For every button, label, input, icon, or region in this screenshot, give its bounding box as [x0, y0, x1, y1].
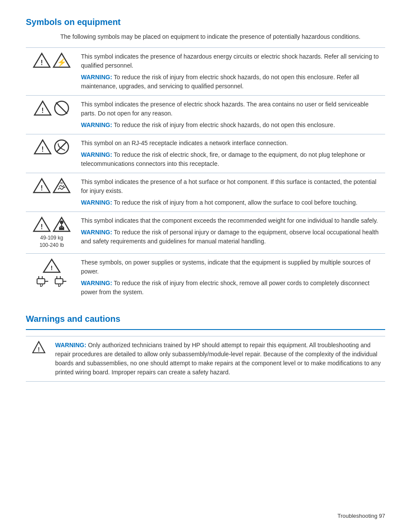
warning-text-2: To reduce the risk of injury from electr… — [112, 121, 335, 128]
svg-text:⚡: ⚡ — [57, 58, 67, 67]
svg-text:!: ! — [40, 184, 43, 192]
footer-text: Troubleshooting 97 — [337, 513, 385, 519]
symbol-description-5: This symbol indicates that the component… — [81, 216, 382, 225]
symbol-icon-network: ! — [26, 134, 78, 173]
symbol-description-2: This symbol indicates the presence of el… — [81, 100, 382, 118]
symbol-description-6: These symbols, on power supplies or syst… — [81, 258, 382, 276]
symbol-row-network: ! This symbol on an RJ-45 receptacle ind… — [26, 134, 385, 173]
svg-text:!: ! — [38, 346, 40, 353]
symbol-text-hot-surface: This symbol indicates the presence of a … — [78, 173, 385, 212]
symbol-description-1: This symbol indicates the presence of ha… — [81, 52, 382, 70]
section2-title: Warnings and cautions — [26, 314, 385, 324]
symbols-table: ! ⚡ This symbol indicates the presence o… — [26, 47, 385, 301]
svg-rect-23 — [59, 227, 64, 230]
warning-label-2: WARNING: — [81, 121, 112, 128]
warning-text-cell-1: WARNING: Only authorized technicians tra… — [52, 336, 385, 381]
svg-text:!: ! — [51, 264, 53, 271]
svg-text:!: ! — [40, 223, 43, 230]
warning-text-3: To reduce the risk of electric shock, fi… — [81, 151, 365, 167]
warning-text-4: To reduce the risk of injury from a hot … — [112, 199, 357, 206]
warning-text-5: To reduce the risk of personal injury or… — [81, 229, 379, 245]
symbol-row-no-serviceable: ! This symbol indicates the presence of … — [26, 96, 385, 134]
warning-caution-label-1: WARNING: — [55, 342, 86, 348]
symbol-text-no-serviceable: This symbol indicates the presence of el… — [78, 96, 385, 134]
symbol-icon-multiple-power: ! — [26, 253, 78, 301]
weight-label: 49-109 kg 100-240 lb — [29, 234, 74, 249]
symbol-text-multiple-power: These symbols, on power supplies or syst… — [78, 253, 385, 301]
svg-rect-26 — [37, 279, 45, 284]
symbol-row-hazardous-energy: ! ⚡ This symbol indicates the presence o… — [26, 48, 385, 96]
symbol-row-heavy-weight: ! 49-109 kg 100-240 lb This symbol — [26, 212, 385, 254]
section1-title: Symbols on equipment — [26, 17, 385, 27]
warning-icon-cell-1: ! — [26, 336, 52, 381]
svg-text:!: ! — [41, 107, 44, 114]
svg-text:!: ! — [41, 146, 44, 153]
warning-text-1: To reduce the risk of injury from electr… — [81, 74, 359, 90]
symbol-row-hot-surface: ! ≋ This symbol indicates the presence o… — [26, 173, 385, 212]
symbol-description-4: This symbol indicates the presence of a … — [81, 177, 382, 196]
svg-point-19 — [60, 221, 63, 224]
footer: Troubleshooting 97 — [337, 513, 385, 519]
warnings-table: ! WARNING: Only authorized technicians t… — [26, 336, 385, 382]
warning-label-1: WARNING: — [81, 74, 112, 81]
symbol-icon-hot-surface: ! ≋ — [26, 173, 78, 212]
symbol-text-heavy-weight: This symbol indicates that the component… — [78, 212, 385, 254]
svg-line-7 — [56, 103, 67, 114]
symbol-icon-no-serviceable: ! — [26, 96, 78, 134]
symbol-text-hazardous-energy: This symbol indicates the presence of ha… — [78, 48, 385, 96]
section-divider — [26, 329, 385, 330]
symbol-text-network: This symbol on an RJ-45 receptacle indic… — [78, 134, 385, 173]
warning-caution-text-1: Only authorized technicians trained by H… — [55, 342, 381, 376]
warning-row-1: ! WARNING: Only authorized technicians t… — [26, 336, 385, 381]
svg-text:!: ! — [40, 59, 43, 66]
symbol-description-3: This symbol on an RJ-45 receptacle indic… — [81, 139, 382, 148]
section1-intro: The following symbols may be placed on e… — [60, 32, 385, 41]
svg-rect-30 — [55, 279, 63, 284]
warning-label-4: WARNING: — [81, 199, 112, 206]
warning-text-6: To reduce the risk of injury from electr… — [81, 280, 370, 296]
symbol-icon-hazardous-energy: ! ⚡ — [26, 48, 78, 96]
symbol-row-multiple-power: ! — [26, 253, 385, 301]
svg-text:≋: ≋ — [60, 181, 63, 185]
warning-label-6: WARNING: — [81, 280, 112, 286]
symbol-icon-heavy-weight: ! 49-109 kg 100-240 lb — [26, 212, 78, 254]
warning-label-5: WARNING: — [81, 229, 112, 236]
warning-label-3: WARNING: — [81, 151, 112, 158]
warnings-section: Warnings and cautions ! WARNING: Only au… — [26, 314, 385, 382]
